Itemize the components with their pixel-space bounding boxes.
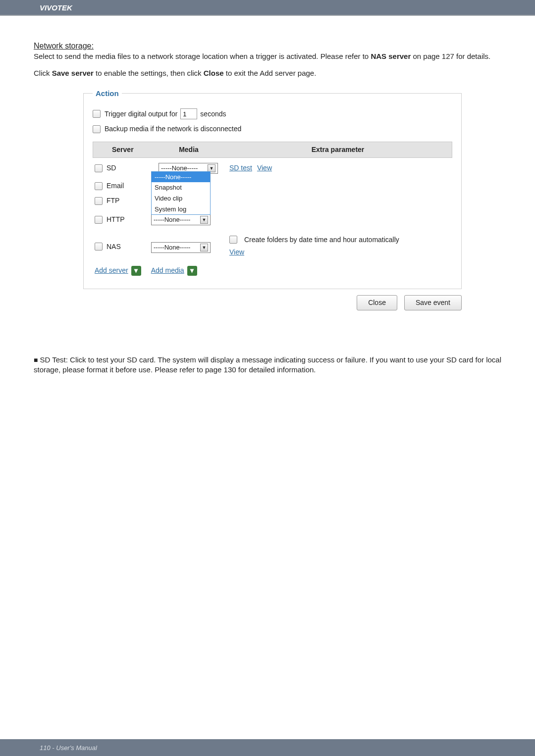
nas-row: NAS -----None----- ▼ Create folders by bbox=[95, 235, 450, 257]
sd-option-videoclip[interactable]: Video clip bbox=[152, 193, 210, 204]
nas-checkbox[interactable] bbox=[95, 243, 103, 251]
add-media-link[interactable]: Add media bbox=[151, 266, 184, 275]
http-name: HTTP bbox=[107, 215, 125, 224]
content: Network storage: Select to send the medi… bbox=[0, 16, 535, 756]
trigger-row: Trigger digital output for seconds bbox=[93, 108, 452, 119]
nas-create-folders-checkbox[interactable] bbox=[229, 236, 237, 244]
trigger-checkbox[interactable] bbox=[93, 110, 101, 118]
close-label: Close bbox=[204, 69, 224, 77]
trigger-seconds-input[interactable] bbox=[180, 108, 197, 119]
nas-server-ref: NAS server bbox=[371, 52, 411, 60]
http-row: HTTP -----None----- ▼ bbox=[95, 212, 450, 227]
email-row: Email bbox=[95, 179, 450, 194]
email-checkbox[interactable] bbox=[95, 182, 103, 190]
nas-name: NAS bbox=[107, 242, 121, 252]
sd-checkbox[interactable] bbox=[95, 164, 103, 172]
click-text-3: to exit the Add server page. bbox=[224, 69, 317, 77]
save-server-instruction: Click Save server to enable the settings… bbox=[34, 68, 501, 78]
header-server: Server bbox=[112, 145, 152, 154]
action-panel: Action Trigger digital output for second… bbox=[83, 93, 462, 289]
ftp-name: FTP bbox=[107, 196, 119, 205]
table-header: Server Media Extra parameter bbox=[93, 142, 452, 158]
sd-option-systemlog[interactable]: System log bbox=[152, 204, 210, 215]
nas-create-folders-label: Create folders by date time and hour aut… bbox=[244, 235, 399, 245]
sd-group: SD -----None----- ▼ SD test View bbox=[95, 161, 450, 176]
add-row: Add server ▾ Add media ▾ bbox=[95, 266, 450, 276]
footer-text: 110 - User's Manual bbox=[40, 744, 97, 752]
sd-row: SD -----None----- ▼ SD test View bbox=[95, 161, 450, 176]
sd-option-snapshot[interactable]: Snapshot bbox=[152, 182, 210, 193]
save-event-button[interactable]: Save event bbox=[404, 295, 462, 310]
add-server-link[interactable]: Add server bbox=[95, 266, 128, 275]
footer-band: 110 - User's Manual bbox=[0, 739, 535, 756]
backup-checkbox[interactable] bbox=[93, 125, 101, 133]
nas-media-dropdown[interactable]: -----None----- ▼ bbox=[151, 242, 211, 253]
nas-view-link[interactable]: View bbox=[229, 248, 244, 257]
backup-row: Backup media if the network is disconnec… bbox=[93, 124, 452, 134]
dialog-button-row: Close Save event bbox=[34, 295, 462, 310]
chevron-down-icon: ▼ bbox=[200, 216, 208, 224]
server-table: Server Media Extra parameter SD bbox=[93, 142, 452, 279]
bullet-icon: ■ bbox=[34, 356, 38, 364]
close-button[interactable]: Close bbox=[357, 295, 397, 310]
click-text-2: to enable the settings, then click bbox=[94, 69, 204, 77]
action-legend: Action bbox=[93, 89, 122, 99]
sd-test-link[interactable]: SD test bbox=[229, 163, 252, 173]
trigger-label-a: Trigger digital output for bbox=[105, 109, 177, 119]
sd-view-link[interactable]: View bbox=[257, 163, 272, 173]
sd-media-dropdown-list[interactable]: -----None----- Snapshot Video clip Syste… bbox=[151, 171, 211, 215]
page: VIVOTEK Network storage: Select to send … bbox=[0, 0, 535, 756]
network-storage-heading: Network storage: bbox=[34, 41, 501, 51]
header-media: Media bbox=[152, 145, 226, 154]
plus-icon: ▾ bbox=[131, 266, 141, 276]
sd-test-note: ■SD Test: Click to test your SD card. Th… bbox=[34, 355, 501, 375]
email-name: Email bbox=[107, 181, 124, 191]
click-text-1: Click bbox=[34, 69, 52, 77]
chevron-down-icon: ▼ bbox=[200, 244, 208, 252]
ns-text-1: Select to send the media files to a netw… bbox=[34, 52, 371, 60]
sd-test-text: SD Test: Click to test your SD card. The… bbox=[34, 355, 501, 374]
ns-text-2: on page 127 for details. bbox=[411, 52, 490, 60]
header-extra: Extra parameter bbox=[226, 145, 450, 154]
ftp-row: FTP bbox=[95, 194, 450, 208]
network-storage-desc: Select to send the media files to a netw… bbox=[34, 51, 501, 61]
table-body: SD -----None----- ▼ SD test View bbox=[93, 158, 452, 279]
plus-icon: ▾ bbox=[187, 266, 197, 276]
brand-label: VIVOTEK bbox=[40, 3, 72, 12]
ftp-checkbox[interactable] bbox=[95, 197, 103, 205]
save-server-label: Save server bbox=[52, 69, 94, 77]
http-media-dropdown[interactable]: -----None----- ▼ bbox=[151, 214, 211, 225]
nas-media-value: -----None----- bbox=[154, 243, 190, 252]
http-media-value: -----None----- bbox=[154, 215, 190, 224]
http-checkbox[interactable] bbox=[95, 216, 103, 224]
sd-name: SD bbox=[107, 163, 116, 173]
sd-option-none[interactable]: -----None----- bbox=[152, 172, 210, 183]
backup-label: Backup media if the network is disconnec… bbox=[105, 124, 241, 134]
header-band: VIVOTEK bbox=[0, 0, 535, 15]
trigger-label-b: seconds bbox=[200, 109, 226, 119]
